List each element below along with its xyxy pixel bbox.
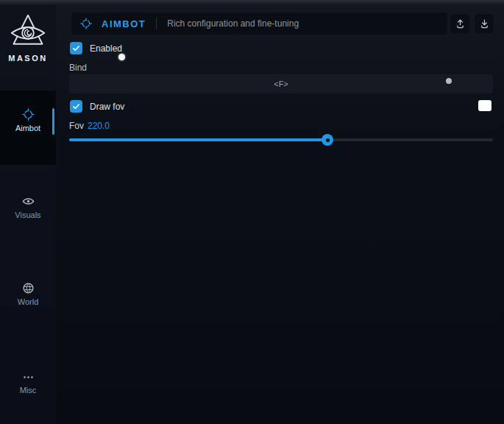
checkmark-icon: [72, 44, 80, 52]
download-icon: [479, 18, 490, 29]
sidebar-item-visuals[interactable]: Visuals: [0, 195, 56, 219]
crosshair-icon: [22, 108, 35, 121]
checkmark-icon: [72, 102, 80, 110]
enabled-row: Enabled: [70, 42, 122, 54]
sidebar-item-label: Aimbot: [0, 124, 56, 132]
header-divider: [156, 18, 157, 29]
fov-color-swatch[interactable]: [478, 100, 491, 111]
fov-label: Fov220.0: [69, 121, 110, 131]
enabled-checkbox[interactable]: [70, 42, 82, 54]
upload-icon: [455, 18, 466, 29]
sidebar-item-label: World: [0, 297, 56, 306]
upload-config-button[interactable]: [450, 14, 469, 33]
window-top-strip: [0, 0, 504, 5]
fov-slider[interactable]: [69, 134, 493, 146]
logo-label: MASON: [0, 54, 56, 63]
bind-input[interactable]: <F>: [69, 74, 493, 93]
sidebar: MASON Aimbot Visuals World Misc: [0, 5, 56, 424]
fov-slider-track[interactable]: [69, 138, 493, 141]
draw-fov-checkbox[interactable]: [70, 100, 82, 113]
fov-value: 220.0: [88, 121, 110, 131]
main-content: AIMBOT Rich configuration and fine-tunin…: [56, 5, 504, 424]
sidebar-item-label: Misc: [0, 386, 56, 395]
page-title: AIMBOT: [102, 18, 146, 29]
download-config-button[interactable]: [475, 14, 494, 33]
bind-label: Bind: [69, 63, 87, 73]
fov-label-text: Fov: [69, 121, 84, 131]
crosshair-icon: [80, 18, 92, 29]
page-subtitle: Rich configuration and fine-tuning: [167, 18, 299, 29]
sidebar-item-label: Visuals: [0, 211, 56, 219]
enabled-label: Enabled: [90, 43, 122, 54]
pyramid-eye-icon: [10, 13, 46, 51]
fov-slider-handle[interactable]: [322, 134, 333, 146]
logo: MASON: [0, 13, 56, 63]
sidebar-item-world[interactable]: World: [0, 282, 56, 306]
section-header: AIMBOT Rich configuration and fine-tunin…: [71, 13, 447, 35]
sidebar-item-misc[interactable]: Misc: [0, 372, 56, 395]
sidebar-item-aimbot[interactable]: Aimbot: [0, 108, 56, 132]
globe-icon: [22, 282, 35, 294]
ellipsis-icon: [22, 372, 35, 383]
eye-icon: [22, 195, 35, 208]
bind-value: <F>: [274, 80, 288, 88]
fov-slider-fill: [69, 138, 327, 141]
draw-fov-label: Draw fov: [90, 102, 124, 112]
mouse-cursor-dot: [118, 54, 125, 60]
draw-fov-row: Draw fov: [70, 100, 124, 113]
